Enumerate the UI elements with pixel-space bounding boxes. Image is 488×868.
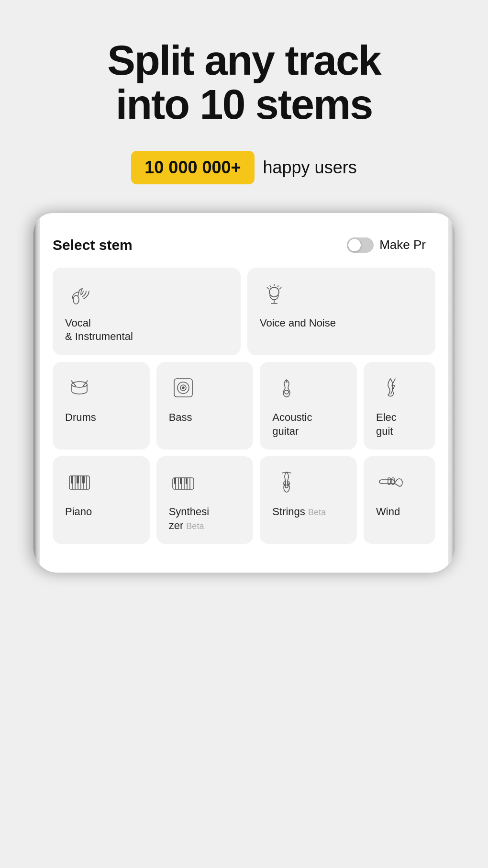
stem-grid: Vocal& Instrumental xyxy=(53,268,435,544)
svg-rect-31 xyxy=(174,478,176,484)
svg-rect-21 xyxy=(71,476,73,484)
synthesizer-beta: Beta xyxy=(186,521,204,531)
piano-icon xyxy=(65,468,94,496)
svg-rect-33 xyxy=(186,478,188,484)
voice-noise-icon xyxy=(260,279,288,308)
acoustic-guitar-icon xyxy=(272,373,301,402)
piano-label: Piano xyxy=(65,505,137,519)
svg-point-1 xyxy=(269,287,279,297)
vocal-instrumental-icon xyxy=(65,279,94,308)
phone-mockup: Select stem Make Pr xyxy=(33,213,455,573)
svg-rect-22 xyxy=(77,476,79,484)
stem-card-drums[interactable]: Drums xyxy=(53,362,150,450)
svg-rect-23 xyxy=(82,476,85,484)
section-header: Select stem Make Pr xyxy=(53,237,435,253)
acoustic-guitar-label: Acousticguitar xyxy=(272,411,344,438)
stem-card-acoustic-guitar[interactable]: Acousticguitar xyxy=(260,362,357,450)
stem-card-strings[interactable]: Strings Beta xyxy=(260,456,357,544)
stem-row-3: Piano xyxy=(53,456,435,544)
strings-label: Strings Beta xyxy=(272,505,344,519)
bass-icon xyxy=(169,373,198,402)
electric-guitar-label: Elecguit xyxy=(376,411,423,438)
select-label-gray: Select xyxy=(53,237,99,253)
svg-point-11 xyxy=(285,390,288,394)
drums-icon xyxy=(65,373,94,402)
stem-card-bass[interactable]: Bass xyxy=(156,362,254,450)
vocal-instrumental-label: Vocal& Instrumental xyxy=(65,316,228,344)
bass-label: Bass xyxy=(169,411,241,425)
synthesizer-icon xyxy=(169,468,198,496)
toggle-label: Make Pr xyxy=(379,237,426,252)
stem-card-voice-noise[interactable]: Voice and Noise xyxy=(247,268,435,355)
toggle-row: Make Pr xyxy=(347,237,426,253)
select-stem-label: Select stem xyxy=(53,237,133,253)
wind-label: Wind xyxy=(376,505,423,519)
svg-point-0 xyxy=(73,295,79,304)
stem-card-synthesizer[interactable]: Synthesizer Beta xyxy=(156,456,254,544)
wind-icon xyxy=(376,468,405,496)
stem-card-vocal-instrumental[interactable]: Vocal& Instrumental xyxy=(53,268,241,355)
make-pro-toggle[interactable] xyxy=(347,237,374,253)
page-container: Split any track into 10 stems 10 000 000… xyxy=(0,0,488,868)
electric-guitar-icon xyxy=(376,373,405,402)
stem-row-2: Drums Bass xyxy=(53,362,435,450)
users-badge: 10 000 000+ xyxy=(131,151,254,184)
svg-point-10 xyxy=(182,387,184,389)
stem-card-piano[interactable]: Piano xyxy=(53,456,150,544)
stem-row-1: Vocal& Instrumental xyxy=(53,268,435,355)
users-badge-row: 10 000 000+ happy users xyxy=(131,151,356,184)
users-text: happy users xyxy=(263,158,357,178)
stem-card-electric-guitar[interactable]: Elecguit xyxy=(364,362,435,450)
strings-beta: Beta xyxy=(308,507,326,517)
stem-card-wind[interactable]: Wind xyxy=(364,456,435,544)
hero-title: Split any track into 10 stems xyxy=(77,38,411,127)
select-label-bold: stem xyxy=(99,237,133,253)
svg-rect-32 xyxy=(180,478,182,484)
voice-noise-label: Voice and Noise xyxy=(260,316,423,330)
synthesizer-label: Synthesizer Beta xyxy=(169,505,241,532)
drums-label: Drums xyxy=(65,411,137,425)
strings-icon xyxy=(272,468,301,496)
